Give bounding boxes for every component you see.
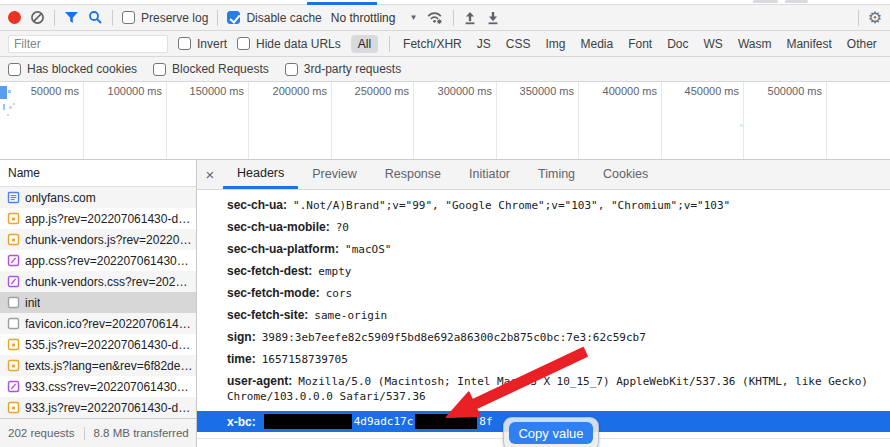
request-name: favicon.ico?rev=2022070614… [25,317,191,331]
status-bar: 202 requests 8.8 MB transferred [0,418,196,447]
checkbox-unchecked[interactable] [153,63,166,76]
gridline [83,82,84,159]
request-row-selected[interactable]: init [0,292,196,313]
type-filter-all[interactable]: All [351,35,378,53]
tab-headers[interactable]: Headers [223,160,298,189]
request-row[interactable]: app.js?rev=202207061430-d… [0,208,196,229]
search-icon[interactable] [88,10,103,25]
header-line: sec-ch-ua-platform:"macOS" [227,242,880,257]
gridline [826,82,827,159]
gear-icon[interactable]: ⚙ [868,10,882,26]
disable-cache-checkbox[interactable]: Disable cache [227,11,321,25]
file-icon [7,296,20,309]
tab-preview[interactable]: Preview [298,160,370,189]
checkbox-unchecked[interactable] [285,63,298,76]
type-filter-manifest[interactable]: Manifest [784,35,833,53]
gridline [496,82,497,159]
throttling-value: No throttling [331,11,396,25]
request-name: app.css?rev=202207061430… [25,254,189,268]
filter-input[interactable] [8,35,168,53]
type-filter-wasm[interactable]: Wasm [736,35,774,53]
network-conditions-icon[interactable] [426,10,444,25]
export-har-icon[interactable] [486,11,500,25]
has-blocked-cookies-checkbox[interactable]: Has blocked cookies [8,62,137,76]
checkbox-unchecked[interactable] [237,37,250,50]
requests-panel: Name onlyfans.com app.js?rev=20220706143… [0,160,197,447]
tick-label: 400000 ms [587,85,657,97]
copy-value-button[interactable]: Copy value [509,422,593,444]
header-value-fragment: 8f [479,415,492,428]
gridline [661,82,662,159]
header-line: sec-fetch-site:same-origin [227,308,880,323]
tick-label: 350000 ms [504,85,574,97]
divider [858,10,859,26]
header-value: "macOS" [345,243,391,256]
tab-initiator[interactable]: Initiator [455,160,524,189]
header-value-fragment: 4d9adc17c [354,415,414,428]
checkbox-unchecked[interactable] [8,63,21,76]
header-name: sec-fetch-dest: [227,264,312,278]
request-row[interactable]: chunk-vendors.css?rev=202… [0,271,196,292]
request-row[interactable]: onlyfans.com [0,187,196,208]
checkbox-checked[interactable] [227,11,240,24]
tabbar-pill [753,0,778,3]
copy-value-tooltip: Copy value [503,417,599,447]
gridline [166,82,167,159]
invert-label: Invert [197,37,227,51]
stylesheet-icon [7,380,20,393]
record-button[interactable] [8,11,21,24]
request-row[interactable]: chunk-vendors.js?rev=20220… [0,229,196,250]
redaction-box [415,414,477,429]
invert-checkbox[interactable]: Invert [178,37,227,51]
tab-timing[interactable]: Timing [524,160,589,189]
request-row[interactable]: favicon.ico?rev=2022070614… [0,313,196,334]
tick-label: 500000 ms [752,85,822,97]
tab-response[interactable]: Response [371,160,455,189]
header-value: ".Not/A)Brand";v="99", "Google Chrome";v… [293,199,730,212]
request-row[interactable]: texts.js?lang=en&rev=6f82de… [0,355,196,376]
type-filter-doc[interactable]: Doc [665,35,690,53]
request-row[interactable]: 933.js?rev=202207061430-d… [0,397,196,418]
throttling-select[interactable]: No throttling ▼ [331,11,418,25]
request-name: chunk-vendors.css?rev=202… [25,275,187,289]
checkbox-unchecked[interactable] [122,11,135,24]
type-filter-img[interactable]: Img [543,35,567,53]
network-toolbar: Preserve log Disable cache No throttling… [0,5,890,31]
type-filter-fetch-xhr[interactable]: Fetch/XHR [401,35,464,53]
close-icon[interactable]: × [197,160,223,189]
type-filter-font[interactable]: Font [626,35,654,53]
header-name: sec-fetch-site: [227,308,308,322]
tab-cookies[interactable]: Cookies [589,160,662,189]
request-name: 933.css?rev=202207061430… [25,380,189,394]
header-value: Mozilla/5.0 (Macintosh; Intel Mac OS X 1… [227,375,868,403]
request-details-panel: × Headers Preview Response Initiator Tim… [197,160,890,447]
filter-icon[interactable] [64,11,79,24]
type-filter-ws[interactable]: WS [702,35,725,53]
hide-data-urls-label: Hide data URLs [256,37,341,51]
network-main-area: Name onlyfans.com app.js?rev=20220706143… [0,160,890,447]
network-overview-timeline[interactable]: 50000 ms 100000 ms 150000 ms 200000 ms 2… [0,82,890,160]
script-icon [7,338,20,351]
request-row[interactable]: 933.css?rev=202207061430… [0,376,196,397]
request-row[interactable]: app.css?rev=202207061430… [0,250,196,271]
type-filter-js[interactable]: JS [475,35,493,53]
blocked-requests-checkbox[interactable]: Blocked Requests [153,62,269,76]
activity-dot [7,114,9,116]
import-har-icon[interactable] [463,11,477,25]
redaction-box [264,414,352,429]
preserve-log-checkbox[interactable]: Preserve log [122,11,208,25]
header-value: ?0 [336,221,349,234]
type-filter-css[interactable]: CSS [504,35,533,53]
third-party-requests-checkbox[interactable]: 3rd-party requests [285,62,401,76]
type-filter-other[interactable]: Other [845,35,879,53]
gridline [743,82,744,159]
document-icon [7,191,20,204]
clear-icon[interactable] [30,10,45,25]
name-column-header[interactable]: Name [0,160,196,187]
hide-data-urls-checkbox[interactable]: Hide data URLs [237,37,341,51]
checkbox-unchecked[interactable] [178,37,191,50]
activity-bar [0,86,7,99]
request-row[interactable]: 535.js?rev=202207061430-d… [0,334,196,355]
header-line: sec-ch-ua-mobile:?0 [227,220,880,235]
type-filter-media[interactable]: Media [578,35,615,53]
